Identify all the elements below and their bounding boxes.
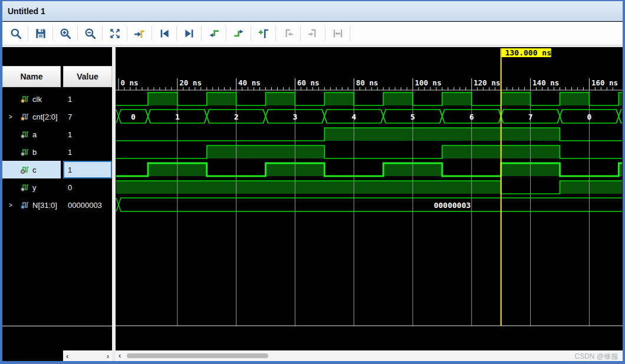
zoom-out-button[interactable]: [80, 24, 100, 44]
bus-value-label: 1: [175, 112, 180, 121]
signal-row-b[interactable]: b: [2, 143, 61, 161]
bus-value-label: 6: [469, 112, 474, 121]
value-column-scrollbar[interactable]: ‹ ›: [63, 350, 112, 361]
wave-N[31:0]: [116, 198, 622, 211]
signal-value-a[interactable]: 1: [63, 125, 112, 143]
signal-name: N[31:0]: [32, 201, 57, 210]
signal-value-clk[interactable]: 1: [63, 90, 112, 108]
window-border: [0, 361, 625, 364]
signal-value-cnt[2:0][interactable]: 7: [63, 108, 112, 125]
wave-fills: [116, 92, 622, 194]
svg-text:140 ns: 140 ns: [532, 78, 559, 87]
window-border: [623, 0, 625, 364]
next-marker-button: [302, 24, 323, 44]
bus-value-label: 3: [292, 112, 297, 121]
signal-row-a[interactable]: a: [2, 125, 61, 143]
grid-lines: [177, 91, 590, 326]
signal-name: y: [32, 183, 37, 192]
scalar-signal-icon: [20, 147, 29, 157]
search-button[interactable]: [5, 24, 26, 44]
toolbar-separator: [176, 27, 177, 41]
scalar-signal-icon: [20, 183, 29, 192]
svg-text:60 ns: 60 ns: [297, 78, 320, 87]
signal-row-y[interactable]: y: [2, 178, 61, 196]
scalar-signal-icon: [20, 94, 29, 104]
signal-row-c[interactable]: c: [2, 161, 61, 178]
scalar-signal-icon: [20, 165, 29, 174]
bus-value-label: 0: [587, 112, 591, 121]
toolbar: [2, 22, 623, 45]
toolbar-separator: [350, 27, 350, 41]
bus-signal-icon: [20, 112, 29, 121]
svg-text:120 ns: 120 ns: [473, 78, 500, 87]
window-title: Untitled 1: [8, 6, 45, 16]
signal-panel: Name Value clk1> cnt[2:0]7 a1 b1 c1 y0> …: [2, 47, 112, 350]
signal-value-b[interactable]: 1: [63, 143, 112, 161]
expander-icon[interactable]: >: [9, 202, 12, 209]
expander-icon[interactable]: >: [9, 114, 12, 120]
zoom-fit-button[interactable]: [104, 24, 125, 44]
toolbar-separator: [127, 27, 127, 41]
scroll-right-icon[interactable]: ›: [107, 352, 109, 360]
window-border: [0, 0, 625, 1]
signal-name: c: [32, 166, 37, 174]
toolbar-separator: [275, 27, 276, 41]
signal-row-N[31:0][interactable]: > N[31:0]: [2, 196, 61, 214]
waveform-window: Untitled 1 Name Value clk1> cnt[2:0]7 a1…: [0, 0, 625, 364]
scalar-signal-icon: [20, 130, 29, 139]
signal-name: b: [32, 148, 37, 157]
svg-text:0 ns: 0 ns: [121, 78, 139, 87]
bus-value-label: 5: [410, 112, 415, 121]
column-header-name[interactable]: Name: [2, 66, 61, 87]
time-ruler: 0 ns20 ns40 ns60 ns80 ns100 ns120 ns140 …: [116, 78, 623, 90]
zoom-in-button[interactable]: [55, 24, 75, 44]
toolbar-separator: [251, 27, 251, 41]
bus-value-label: 7: [528, 112, 533, 121]
signal-row-cnt[2:0][interactable]: > cnt[2:0]: [2, 108, 61, 125]
next-rising-edge-button[interactable]: [228, 24, 249, 44]
signal-value-N[31:0][interactable]: 00000003: [63, 196, 112, 214]
toolbar-separator: [300, 27, 301, 41]
go-to-time-cursor-button[interactable]: [129, 24, 150, 44]
scroll-left-icon[interactable]: ‹: [66, 352, 68, 360]
wave-horizontal-scrollbar[interactable]: ‹ CSDN @修服: [116, 350, 623, 361]
toolbar-separator: [52, 27, 53, 41]
swap-cursors-button: [327, 24, 348, 44]
toolbar-separator: [201, 27, 202, 41]
toolbar-separator: [28, 27, 28, 41]
column-header-value[interactable]: Value: [63, 66, 112, 87]
svg-text:20 ns: 20 ns: [179, 78, 202, 87]
wave-strokes: 01234567000000003: [116, 92, 623, 326]
add-marker-button[interactable]: [253, 24, 274, 44]
scrollbar-thumb[interactable]: [127, 353, 268, 358]
previous-transition-button[interactable]: [154, 24, 175, 44]
bus-value-label: 4: [351, 112, 356, 121]
signal-name: a: [32, 130, 37, 139]
next-transition-button[interactable]: [179, 24, 199, 44]
signal-row-clk[interactable]: clk: [2, 90, 61, 108]
previous-marker-button: [278, 24, 298, 44]
svg-text:80 ns: 80 ns: [356, 78, 379, 87]
panel-bottom-divider: [2, 326, 112, 326]
bus-signal-icon: [20, 200, 29, 210]
scroll-left-icon[interactable]: ‹: [119, 351, 121, 360]
toolbar-separator: [226, 27, 226, 41]
svg-text:100 ns: 100 ns: [415, 78, 442, 87]
svg-text:40 ns: 40 ns: [238, 78, 261, 87]
bus-value-label: 00000003: [434, 201, 471, 210]
svg-text:130.000 ns: 130.000 ns: [505, 48, 551, 57]
signal-name: cnt[2:0]: [32, 112, 58, 121]
watermark: CSDN @修服: [574, 352, 618, 362]
signal-value-c[interactable]: 1: [63, 161, 112, 178]
previous-falling-edge-button[interactable]: [203, 24, 224, 44]
signal-value-y[interactable]: 0: [63, 178, 112, 196]
toolbar-separator: [152, 27, 152, 41]
waveform-canvas[interactable]: 0 ns20 ns40 ns60 ns80 ns100 ns120 ns140 …: [116, 47, 623, 327]
toolbar-separator: [77, 27, 78, 41]
wave-panel: 0 ns20 ns40 ns60 ns80 ns100 ns120 ns140 …: [116, 47, 623, 361]
toolbar-separator: [102, 27, 103, 41]
bus-value-label: 0: [131, 112, 136, 121]
title-bar: Untitled 1: [2, 1, 623, 21]
save-waveform-button[interactable]: [30, 24, 51, 44]
toolbar-separator: [325, 27, 325, 41]
